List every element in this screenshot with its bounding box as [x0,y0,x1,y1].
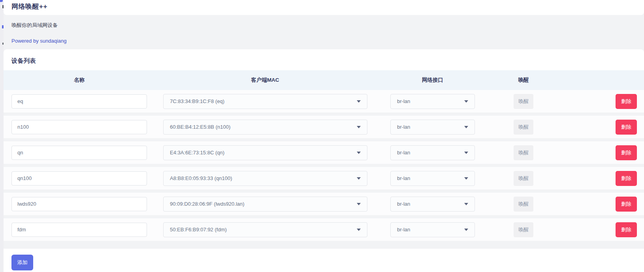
column-header-wake: 唤醒 [490,77,557,84]
interface-select[interactable]: br-lan [390,145,475,160]
wake-button[interactable]: 唤醒 [514,197,533,212]
delete-button[interactable]: 删除 [616,171,637,186]
table-footer: 添加 [4,249,644,272]
mac-select-value: 60:BE:B4:12:E5:8B (n100) [170,124,230,130]
mac-select[interactable]: 50:EB:F6:B9:07:92 (fdm) [163,222,367,237]
chevron-down-icon [357,177,361,180]
wake-button[interactable]: 唤醒 [514,145,533,160]
table-row: 50:EB:F6:B9:07:92 (fdm) br-lan 唤醒 删除 [4,218,644,244]
device-name-input[interactable] [11,197,147,211]
mac-select[interactable]: 90:09:D0:28:06:9F (lwds920.lan) [163,197,367,212]
column-header-interface: 网络接口 [375,77,490,84]
table-row: 90:09:D0:28:06:9F (lwds920.lan) br-lan 唤… [4,193,644,218]
device-name-input[interactable] [11,94,147,109]
page-description-band: 唤醒你的局域网设备 Powered by sundaqiang [4,15,644,49]
chevron-down-icon [464,126,468,128]
table-row: 7C:83:34:B9:1C:F8 (eq) br-lan 唤醒 删除 [4,90,644,116]
mac-select-value: A8:B8:E0:05:93:33 (qn100) [170,175,232,181]
column-header-name: 名称 [4,77,155,84]
chevron-down-icon [464,177,468,180]
interface-select-value: br-lan [397,150,410,156]
mac-select[interactable]: E4:3A:6E:73:15:8C (qn) [163,145,367,160]
interface-select-value: br-lan [397,175,410,181]
page-header: 网络唤醒++ [4,0,644,15]
chevron-down-icon [357,100,361,103]
delete-button[interactable]: 删除 [616,197,637,212]
left-gutter [0,0,4,272]
wake-button[interactable]: 唤醒 [514,120,533,135]
delete-button[interactable]: 删除 [616,145,637,160]
interface-select-value: br-lan [397,201,410,207]
chevron-down-icon [464,229,468,231]
chevron-down-icon [357,229,361,231]
wake-button[interactable]: 唤醒 [514,94,533,109]
table-row: A8:B8:E0:05:93:33 (qn100) br-lan 唤醒 删除 [4,167,644,193]
mac-select[interactable]: A8:B8:E0:05:93:33 (qn100) [163,171,367,186]
device-name-input[interactable] [11,223,147,237]
column-header-mac: 客户端MAC [155,77,375,84]
chevron-down-icon [357,126,361,128]
mac-select[interactable]: 7C:83:34:B9:1C:F8 (eq) [163,94,367,109]
delete-button[interactable]: 删除 [616,120,637,135]
mac-select-value: 90:09:D0:28:06:9F (lwds920.lan) [170,201,245,207]
table-row: E4:3A:6E:73:15:8C (qn) br-lan 唤醒 删除 [4,141,644,167]
table-header-row: 名称 客户端MAC 网络接口 唤醒 [4,70,644,90]
interface-select[interactable]: br-lan [390,171,475,186]
delete-button[interactable]: 删除 [616,94,637,109]
delete-button[interactable]: 删除 [616,222,637,237]
page-description: 唤醒你的局域网设备 [11,22,644,29]
chevron-down-icon [464,152,468,154]
chevron-down-icon [464,100,468,103]
wake-button[interactable]: 唤醒 [514,171,533,186]
add-device-button[interactable]: 添加 [11,255,33,270]
mac-select-value: E4:3A:6E:73:15:8C (qn) [170,150,224,156]
left-edge-fragment [0,0,3,2]
wake-button[interactable]: 唤醒 [514,222,533,237]
interface-select-value: br-lan [397,98,410,104]
interface-select[interactable]: br-lan [390,94,475,109]
section-header: 设备列表 [4,49,644,70]
chevron-down-icon [464,203,468,205]
device-name-input[interactable] [11,120,147,134]
section-title: 设备列表 [11,57,36,64]
interface-select-value: br-lan [397,124,410,130]
interface-select-value: br-lan [397,227,410,233]
interface-select[interactable]: br-lan [390,222,475,237]
table-row: 60:BE:B4:12:E5:8B (n100) br-lan 唤醒 删除 [4,116,644,141]
device-table-body: 7C:83:34:B9:1C:F8 (eq) br-lan 唤醒 删除 60:B… [4,90,644,244]
page-title: 网络唤醒++ [11,3,47,10]
main-content: 网络唤醒++ 唤醒你的局域网设备 Powered by sundaqiang 设… [4,0,644,272]
chevron-down-icon [357,203,361,205]
mac-select-value: 50:EB:F6:B9:07:92 (fdm) [170,227,227,233]
device-name-input[interactable] [11,146,147,160]
interface-select[interactable]: br-lan [390,120,475,135]
device-name-input[interactable] [11,171,147,186]
powered-by-link[interactable]: Powered by sundaqiang [11,38,67,44]
mac-select-value: 7C:83:34:B9:1C:F8 (eq) [170,98,224,104]
mac-select[interactable]: 60:BE:B4:12:E5:8B (n100) [163,120,367,135]
interface-select[interactable]: br-lan [390,197,475,212]
chevron-down-icon [357,152,361,154]
